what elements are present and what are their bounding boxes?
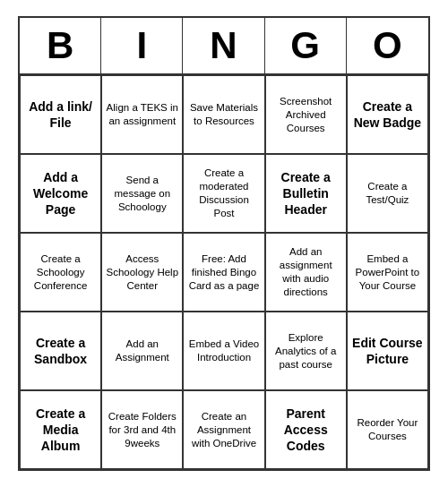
bingo-cell-3: Screenshot Archived Courses — [265, 75, 347, 154]
bingo-cell-20: Create a Media Album — [20, 390, 101, 469]
bingo-cell-19: Edit Course Picture — [347, 312, 428, 390]
bingo-cell-14: Embed a PowerPoint to Your Course — [347, 233, 428, 312]
bingo-cell-18: Explore Analytics of a past course — [265, 312, 347, 390]
bingo-letter-o: O — [347, 18, 428, 73]
bingo-cell-16: Add an Assignment — [101, 312, 183, 390]
bingo-cell-9: Create a Test/Quiz — [347, 154, 428, 233]
bingo-cell-21: Create Folders for 3rd and 4th 9weeks — [101, 390, 183, 469]
bingo-cell-11: Access Schoology Help Center — [101, 233, 183, 312]
bingo-cell-2: Save Materials to Resources — [183, 75, 264, 154]
bingo-cell-5: Add a Welcome Page — [20, 154, 101, 233]
bingo-cell-4: Create a New Badge — [347, 75, 428, 154]
bingo-cell-24: Reorder Your Courses — [347, 390, 428, 469]
bingo-letter-b: B — [20, 18, 101, 73]
bingo-cell-7: Create a moderated Discussion Post — [183, 154, 264, 233]
bingo-header: BINGO — [20, 18, 428, 75]
bingo-letter-n: N — [183, 18, 264, 73]
bingo-cell-15: Create a Sandbox — [20, 312, 101, 390]
bingo-cell-12: Free: Add finished Bingo Card as a page — [183, 233, 264, 312]
bingo-cell-10: Create a Schoology Conference — [20, 233, 101, 312]
bingo-cell-22: Create an Assignment with OneDrive — [183, 390, 264, 469]
bingo-cell-1: Align a TEKS in an assignment — [101, 75, 183, 154]
bingo-letter-g: G — [265, 18, 347, 73]
bingo-cell-6: Send a message on Schoology — [101, 154, 183, 233]
bingo-cell-23: Parent Access Codes — [265, 390, 347, 469]
bingo-cell-0: Add a link/ File — [20, 75, 101, 154]
bingo-card: BINGO Add a link/ FileAlign a TEKS in an… — [18, 16, 430, 471]
bingo-letter-i: I — [101, 18, 183, 73]
bingo-cell-13: Add an assignment with audio directions — [265, 233, 347, 312]
bingo-grid: Add a link/ FileAlign a TEKS in an assig… — [20, 75, 428, 469]
bingo-cell-8: Create a Bulletin Header — [265, 154, 347, 233]
bingo-cell-17: Embed a Video Introduction — [183, 312, 264, 390]
